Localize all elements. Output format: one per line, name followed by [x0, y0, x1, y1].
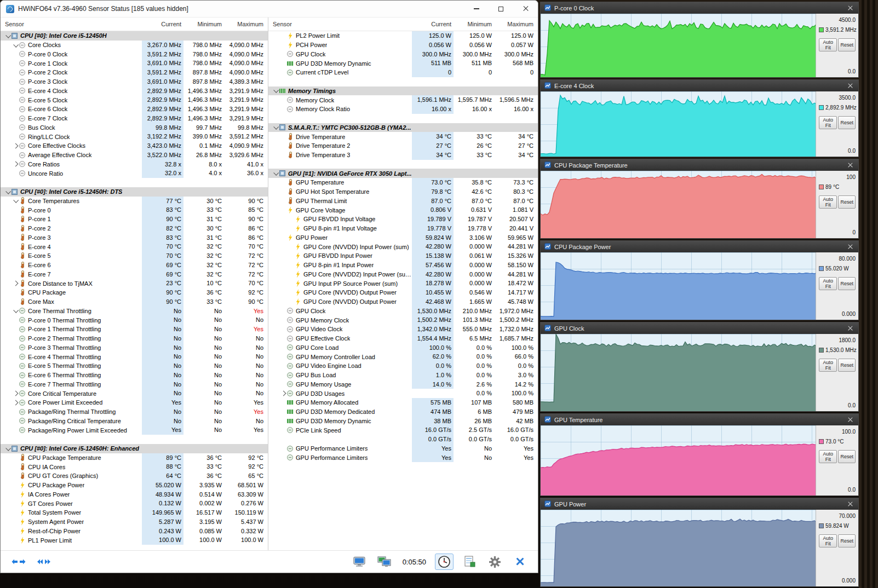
sensor-row[interactable]: GPU Memory Controller Load62.0 %0.0 %66.… [268, 352, 538, 361]
expand-columns-button[interactable] [35, 554, 53, 570]
sensor-row[interactable]: GPU Clock1,530.0 MHz210.0 MHz1,972.0 MHz [268, 307, 538, 316]
sensor-row[interactable]: E-core 470 °C32 °C70 °C [1, 242, 268, 251]
graph-close-button[interactable] [846, 161, 854, 170]
section-row[interactable]: CPU [#0]: Intel Core i5-12450H: DTS [1, 187, 268, 197]
sensor-row[interactable]: Core Distance to TjMAX23 °C10 °C70 °C [1, 279, 268, 288]
sensor-row[interactable]: GPU Temperature73.0 °C35.8 °C73.3 °C [268, 178, 538, 187]
sensor-row[interactable]: GPU Core Voltage0.806 V0.631 V1.081 V [268, 205, 538, 215]
sensor-row[interactable]: Core Critical TemperatureNoNoNo [1, 389, 268, 398]
sensor-row[interactable]: CPU IA Cores88 °C33 °C92 °C [1, 462, 268, 471]
sensor-row[interactable]: GPU Performance LimitersYesNoYes [268, 453, 538, 463]
expand-toggle[interactable] [12, 43, 19, 47]
sensor-row[interactable]: GPU Memory Allocated575 MB107 MB580 MB [268, 398, 538, 407]
sensor-row[interactable]: E-core 769 °C32 °C72 °C [1, 270, 268, 279]
sensor-row[interactable]: P-core 1 Thermal ThrottlingNoNoYes [1, 325, 268, 334]
sensor-row[interactable]: Drive Temperature34 °C33 °C34 °C [268, 132, 538, 141]
expand-toggle[interactable] [4, 190, 12, 194]
sensor-row[interactable]: P-core 282 °C30 °C86 °C [1, 224, 268, 233]
reset-button[interactable]: Reset [838, 359, 856, 372]
sensor-row[interactable]: GPU Hot Spot Temperature79.8 °C42.6 °C80… [268, 187, 538, 197]
graph-titlebar[interactable]: GPU Clock [541, 322, 858, 334]
sensor-row[interactable]: GPU Video Clock1,342.0 MHz555.0 MHz1,732… [268, 325, 538, 334]
sensor-row[interactable]: E-core 5 Thermal ThrottlingNoNoNo [1, 361, 268, 371]
sensor-row[interactable]: GPU FBVDD Input Voltage19.789 V19.787 V2… [268, 215, 538, 224]
sensor-row[interactable]: P-core 190 °C31 °C90 °C [1, 215, 268, 224]
sensor-row[interactable]: Package/Ring Thermal ThrottlingNoNoYes [1, 407, 268, 417]
graph-close-button[interactable] [846, 324, 854, 333]
sensor-row[interactable]: GPU Effective Clock1,554.4 MHz6.5 MHz1,6… [268, 334, 538, 343]
minimize-button[interactable] [464, 1, 489, 17]
swap-columns-button[interactable] [9, 554, 28, 570]
sensor-row[interactable]: GPU Video Engine Load0.0 %0.0 %0.0 % [268, 361, 538, 371]
sensor-row[interactable]: Ring/LLC Clock3,192.2 MHz399.0 MHz3,591.… [1, 132, 268, 141]
sensor-row[interactable]: P-core 2 Clock3,591.2 MHz897.8 MHz4,090.… [1, 68, 268, 77]
sensor-row[interactable]: Uncore Ratio32.0 x4.0 x36.0 x [1, 169, 268, 178]
sensor-row[interactable]: P-core 083 °C33 °C85 °C [1, 205, 268, 215]
sensor-row[interactable]: GPU D3D Memory Dynamic38 MB26 MB42 MB [268, 417, 538, 426]
sensor-row[interactable]: E-core 6 Thermal ThrottlingNoNoNo [1, 371, 268, 380]
sensor-row[interactable]: GPU Power59.824 W3.106 W59.965 W [268, 233, 538, 243]
sensor-row[interactable]: Rest-of-Chip Power0.243 W0.085 W0.332 W [1, 527, 268, 536]
auto-fit-button[interactable]: Auto Fit [819, 359, 837, 372]
expand-toggle[interactable] [12, 199, 19, 203]
reset-button[interactable]: Reset [838, 38, 856, 51]
graph-close-button[interactable] [846, 416, 854, 424]
sensor-row[interactable]: E-core 5 Clock2,892.9 MHz1,496.3 MHz3,29… [1, 95, 268, 105]
section-row[interactable]: S.M.A.R.T.: YMTC PC300-512GB-B (YMA2... [268, 123, 538, 132]
sensor-row[interactable]: CPU Package90 °C36 °C92 °C [1, 288, 268, 297]
reset-button[interactable]: Reset [838, 450, 856, 463]
sensor-row[interactable]: Core Ratios32.8 x8.0 x41.0 x [1, 160, 268, 169]
sensor-row[interactable]: PCIe Link Speed16.0 GT/s2.5 GT/s16.0 GT/… [268, 425, 538, 435]
sensor-row[interactable]: E-core 570 °C32 °C72 °C [1, 251, 268, 261]
expand-toggle[interactable] [272, 125, 279, 129]
sensor-row[interactable]: P-core 1 Clock3,691.0 MHz798.0 MHz4,090.… [1, 59, 268, 68]
sensor-row[interactable]: E-core 4 Thermal ThrottlingNoNoNo [1, 352, 268, 361]
expand-toggle[interactable] [272, 171, 279, 175]
sensor-row[interactable]: GPU FBVDD Input Power15.138 W0.061 W15.3… [268, 251, 538, 261]
remote-monitoring-button[interactable] [375, 554, 394, 570]
close-button[interactable] [513, 1, 538, 17]
sensor-row[interactable]: Core Temperatures77 °C30 °C90 °C [1, 197, 268, 206]
graph-close-button[interactable] [846, 4, 854, 13]
section-row[interactable]: CPU [#0]: Intel Core i5-12450H [1, 31, 268, 41]
maximize-button[interactable] [489, 1, 513, 17]
graph-titlebar[interactable]: CPU Package Temperature [541, 159, 858, 171]
logging-report-button[interactable] [460, 554, 479, 570]
sensor-row[interactable]: P-core 383 °C31 °C86 °C [1, 233, 268, 243]
sensor-row[interactable]: CPU Package Temperature89 °C36 °C92 °C [1, 453, 268, 463]
sensor-row[interactable]: Core Power Limit ExceededYesNoYes [1, 398, 268, 407]
sensor-row[interactable]: IA Cores Power48.934 W0.514 W63.309 W [1, 490, 268, 499]
sensor-row[interactable]: GPU Memory Clock1,500.2 MHz101.3 MHz1,50… [268, 315, 538, 325]
sensor-row[interactable]: System Agent Power5.287 W3.195 W5.437 W [1, 517, 268, 527]
graph-titlebar[interactable]: GPU Temperature [541, 414, 858, 425]
sensor-row[interactable]: Memory Clock1,596.1 MHz1,595.7 MHz1,596.… [268, 95, 538, 105]
sensor-row[interactable]: Bus Clock99.8 MHz99.7 MHz99.8 MHz [1, 123, 268, 132]
sensor-row[interactable]: Core Max90 °C33 °C90 °C [1, 297, 268, 307]
expand-toggle[interactable] [12, 391, 19, 395]
sensor-row[interactable]: GPU Bus Load1.0 %0.0 %3.0 % [268, 371, 538, 380]
sensor-row[interactable]: Total System Power149.965 W16.517 W150.1… [1, 508, 268, 517]
auto-fit-button[interactable]: Auto Fit [819, 450, 837, 463]
reset-button[interactable]: Reset [838, 277, 856, 290]
graph-titlebar[interactable]: GPU Power [541, 498, 858, 510]
sensor-row[interactable]: E-core 7 Clock2,892.9 MHz1,496.3 MHz3,29… [1, 114, 268, 123]
reset-button[interactable]: Reset [838, 195, 856, 209]
sensor-row[interactable]: P-core 3 Clock3,691.0 MHz897.8 MHz4,389.… [1, 77, 268, 87]
sensor-row[interactable]: PCH Power0.056 W0.056 W0.057 W [268, 41, 538, 50]
sensor-row[interactable]: GPU D3D Memory Dynamic511 MB511 MB568 MB [268, 59, 538, 68]
sensor-row[interactable]: Core Clocks3,267.0 MHz798.0 MHz4,090.0 M… [1, 41, 268, 50]
graph-close-button[interactable] [846, 243, 854, 251]
sensor-row[interactable]: GPU 8-pin #1 Input Power57.456 W0.000 W5… [268, 261, 538, 270]
sensor-row[interactable]: P-core 0 Thermal ThrottlingNoNoNo [1, 315, 268, 325]
sensor-row[interactable]: E-core 6 Clock2,892.9 MHz1,496.3 MHz3,29… [1, 105, 268, 114]
sensor-row[interactable]: GPU Core (NVVDD2) Input Power (sum)42.28… [268, 270, 538, 279]
expand-toggle[interactable] [12, 144, 19, 148]
sensor-row[interactable]: Drive Temperature 334 °C33 °C34 °C [268, 151, 538, 160]
sensor-row[interactable]: Package/Ring Critical TemperatureNoNoNo [1, 417, 268, 426]
expand-toggle[interactable] [272, 89, 279, 93]
sensor-row[interactable]: GPU 8-pin #1 Input Voltage19.778 V19.778… [268, 224, 538, 233]
sensor-row[interactable]: P-core 3 Thermal ThrottlingNoNoNo [1, 343, 268, 353]
expand-toggle[interactable] [279, 391, 287, 395]
sensor-row[interactable]: GPU D3D Usages0.0 %100.0 % [268, 389, 538, 398]
sensor-row[interactable]: PL1 Power Limit100.0 W100.0 W100.0 W [1, 535, 268, 545]
